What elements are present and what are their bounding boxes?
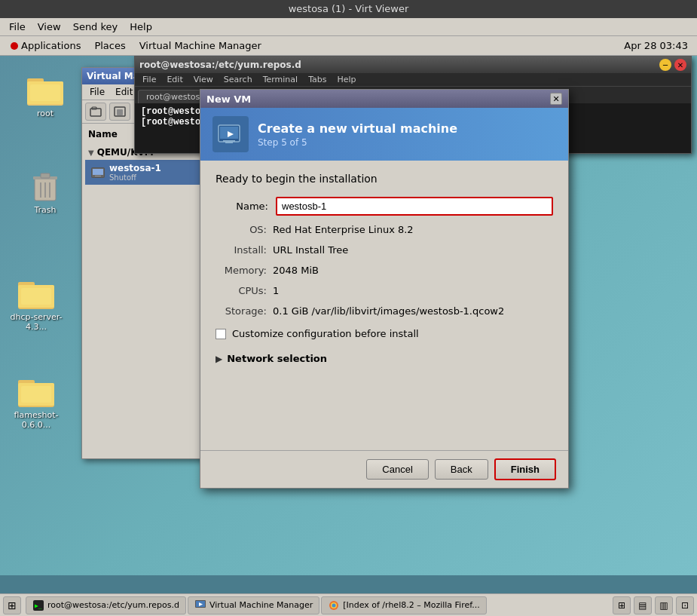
dialog-cpus-label: CPUs: xyxy=(216,285,273,296)
taskbar: Applications Places Virtual Machine Mana… xyxy=(0,36,697,56)
virt-taskbar-icon xyxy=(194,599,206,611)
menu-view[interactable]: View xyxy=(32,20,67,34)
terminal-menu-terminal[interactable]: Terminal xyxy=(258,74,303,85)
applications-label: Applications xyxy=(21,40,81,51)
taskbar-icon-btn-3[interactable]: ▥ xyxy=(655,596,673,614)
svg-rect-18 xyxy=(21,386,51,403)
fm-icon-btn-2[interactable] xyxy=(109,103,130,121)
terminal-menu-file[interactable]: File xyxy=(138,74,160,85)
taskbar-right: ⊞ ▤ ▥ ⊡ xyxy=(613,596,694,614)
vm-manager-label: Virtual Machine Manager xyxy=(139,40,261,51)
dialog-install-value: URL Install Tree xyxy=(273,244,348,256)
flameshot-icon-label: flameshot-0.6.0... xyxy=(6,410,66,430)
svg-rect-25 xyxy=(95,176,101,176)
bottom-taskbar: ⊞ ▶_ root@westosa:/etc/yum.repos.d Virtu… xyxy=(0,593,697,616)
desktop: root Trash dhcp-server-4.3... xyxy=(0,56,697,575)
taskbar-app-terminal[interactable]: ▶_ root@westosa:/etc/yum.repos.d xyxy=(26,596,186,614)
desktop-icon-trash[interactable]: Trash xyxy=(15,167,75,215)
svg-rect-24 xyxy=(93,169,103,175)
taskbar-icon-btn-4[interactable]: ⊡ xyxy=(676,596,694,614)
vm-item-info: westosa-1 Shutoff xyxy=(109,163,161,182)
taskbar-icon-btn-1[interactable]: ⊞ xyxy=(613,596,631,614)
firefox-taskbar-icon xyxy=(328,599,340,611)
dialog-cpus-value: 1 xyxy=(273,285,279,296)
dialog-body: Ready to begin the installation Name: OS… xyxy=(200,161,568,450)
vm-group-arrow: ▼ xyxy=(88,149,94,157)
dialog-customize-checkbox[interactable] xyxy=(216,329,226,339)
taskbar-app-virt[interactable]: Virtual Machine Manager xyxy=(188,596,319,614)
dialog-back-btn[interactable]: Back xyxy=(435,459,488,480)
dialog-header-title: Create a new virtual machine xyxy=(258,121,457,136)
new-vm-dialog: New VM ✕ Create a new virtual machine St… xyxy=(200,89,569,489)
dialog-network-arrow: ▶ xyxy=(216,354,222,364)
applications-menu[interactable]: Applications xyxy=(5,38,87,53)
taskbar-virt-label: Virtual Machine Manager xyxy=(209,600,313,610)
dialog-install-label: Install: xyxy=(216,244,273,256)
dialog-ready-text: Ready to begin the installation xyxy=(216,173,553,185)
terminal-menu-tabs[interactable]: Tabs xyxy=(304,74,331,85)
svg-rect-4 xyxy=(30,84,60,101)
taskbar-icon-btn-2[interactable]: ▤ xyxy=(634,596,652,614)
dialog-cancel-btn[interactable]: Cancel xyxy=(366,459,428,480)
show-desktop-btn[interactable]: ⊞ xyxy=(3,596,21,614)
dialog-name-input[interactable] xyxy=(276,197,553,216)
terminal-menu-edit[interactable]: Edit xyxy=(162,74,187,85)
svg-rect-7 xyxy=(41,173,50,178)
dialog-storage-label: Storage: xyxy=(216,305,273,317)
fm-icon-btn-1[interactable] xyxy=(85,103,106,121)
desktop-icon-root[interactable]: root xyxy=(15,71,75,118)
vm-item-name: westosa-1 xyxy=(109,163,161,173)
dialog-network-section[interactable]: ▶ Network selection xyxy=(216,350,553,367)
dialog-finish-btn[interactable]: Finish xyxy=(494,458,556,480)
dialog-memory-label: Memory: xyxy=(216,265,273,276)
svg-point-38 xyxy=(332,603,336,607)
menu-help[interactable]: Help xyxy=(124,20,158,34)
vm-manager-menu[interactable]: Virtual Machine Manager xyxy=(133,38,267,53)
menu-file[interactable]: File xyxy=(3,20,32,34)
svg-rect-30 xyxy=(225,142,233,143)
desktop-icon-dhcp[interactable]: dhcp-server-4.3... xyxy=(6,274,66,332)
places-menu[interactable]: Places xyxy=(88,38,131,53)
menu-sendkey[interactable]: Send key xyxy=(67,20,124,34)
folder-icon xyxy=(27,71,63,107)
trash-icon-label: Trash xyxy=(34,205,56,215)
dialog-storage-value: 0.1 GiB /var/lib/libvirt/images/westosb-… xyxy=(273,305,504,317)
desktop-icon-flameshot[interactable]: flameshot-0.6.0... xyxy=(6,372,66,430)
dialog-header-subtitle: Step 5 of 5 xyxy=(258,137,457,148)
dialog-titlebar: New VM ✕ xyxy=(200,90,568,108)
taskbar-terminal-label: root@westosa:/etc/yum.repos.d xyxy=(47,600,179,610)
dialog-os-value: Red Hat Enterprise Linux 8.2 xyxy=(273,224,414,235)
vm-item-status: Shutoff xyxy=(109,173,161,182)
dialog-memory-row: Memory: 2048 MiB xyxy=(216,264,553,277)
flameshot-icon xyxy=(18,372,54,409)
svg-rect-14 xyxy=(21,288,51,305)
terminal-minimize-btn[interactable]: ─ xyxy=(659,59,671,71)
terminal-taskbar-icon: ▶_ xyxy=(32,599,44,611)
dhcp-folder-icon xyxy=(18,274,54,311)
fm-menu-file[interactable]: File xyxy=(85,86,109,98)
dialog-os-label: OS: xyxy=(216,224,273,235)
top-menu-bar: File View Send key Help xyxy=(0,18,697,36)
dialog-title: New VM xyxy=(206,93,251,105)
dhcp-icon-label: dhcp-server-4.3... xyxy=(6,312,66,332)
dialog-cpus-row: CPUs: 1 xyxy=(216,284,553,297)
dialog-header-text: Create a new virtual machine Step 5 of 5 xyxy=(258,121,457,148)
dialog-install-row: Install: URL Install Tree xyxy=(216,244,553,256)
terminal-titlebar: root@westosa:/etc/yum.repos.d ─ ✕ xyxy=(135,57,691,73)
terminal-menu-view[interactable]: View xyxy=(189,74,218,85)
dialog-close-btn[interactable]: ✕ xyxy=(550,93,562,105)
dialog-name-field: Name: xyxy=(216,197,553,216)
dialog-network-label: Network selection xyxy=(227,353,327,364)
terminal-menu-search[interactable]: Search xyxy=(219,74,257,85)
root-icon-label: root xyxy=(37,109,53,118)
dialog-footer: Cancel Back Finish xyxy=(200,450,568,488)
trash-icon xyxy=(27,167,63,204)
terminal-title: root@westosa:/etc/yum.repos.d xyxy=(139,60,301,70)
taskbar-app-firefox[interactable]: [Index of /rhel8.2 – Mozilla Firef... xyxy=(321,596,487,614)
terminal-close-btn[interactable]: ✕ xyxy=(674,59,686,71)
window-title: westosa (1) - Virt Viewer xyxy=(289,3,409,14)
svg-rect-29 xyxy=(223,140,235,142)
terminal-menu-help[interactable]: Help xyxy=(333,74,361,85)
dialog-memory-value: 2048 MiB xyxy=(273,265,319,276)
title-bar: westosa (1) - Virt Viewer xyxy=(0,0,697,18)
